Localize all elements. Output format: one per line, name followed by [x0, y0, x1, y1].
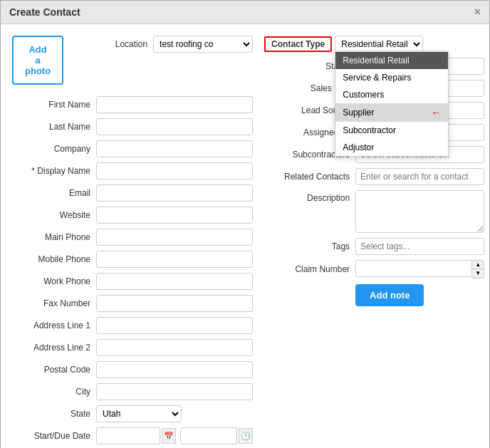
description-label: Description — [264, 190, 350, 203]
claim-number-spinner: ▲ ▼ — [355, 260, 484, 278]
modal-header: Create Contact × — [1, 1, 489, 24]
last-name-label: Last Name — [12, 122, 90, 132]
display-name-input[interactable] — [96, 162, 253, 179]
main-phone-label: Main Phone — [12, 232, 90, 242]
description-row: Description — [264, 190, 484, 233]
tags-row: Tags — [264, 238, 484, 255]
close-button[interactable]: × — [474, 6, 481, 18]
last-name-input[interactable] — [96, 118, 253, 135]
fax-number-input[interactable] — [96, 295, 253, 312]
dropdown-item-residential-retail[interactable]: Residential Retail — [335, 52, 448, 69]
claim-number-spinner-buttons: ▲ ▼ — [472, 260, 484, 278]
modal-body: Add a photo Location test roofing co Fir… — [1, 24, 489, 448]
main-phone-row: Main Phone — [12, 229, 253, 246]
company-label: Company — [12, 144, 90, 154]
start-date-calendar-icon[interactable]: 📅 — [162, 428, 176, 444]
mobile-phone-input[interactable] — [96, 251, 253, 268]
add-note-button[interactable]: Add note — [355, 284, 424, 306]
claim-number-row: Claim Number ▲ ▼ — [264, 260, 484, 278]
state-row: State Utah — [12, 405, 253, 422]
modal-title: Create Contact — [9, 6, 80, 18]
first-name-label: First Name — [12, 100, 90, 110]
dropdown-item-customers[interactable]: Customers — [335, 86, 448, 103]
state-label: State — [12, 409, 90, 419]
first-name-row: First Name — [12, 96, 253, 113]
work-phone-label: Work Phone — [12, 276, 90, 286]
dropdown-item-subcontractor[interactable]: Subcontractor — [335, 122, 448, 139]
company-input[interactable] — [96, 140, 253, 157]
start-date-group: 📅 🕐 — [96, 427, 253, 444]
claim-number-decrement-button[interactable]: ▼ — [472, 269, 484, 278]
tags-input[interactable] — [355, 238, 484, 255]
contact-type-label: Contact Type — [264, 36, 332, 52]
tags-label: Tags — [264, 241, 350, 251]
right-column: Contact Type Residential Retail Resident… — [264, 36, 484, 448]
supplier-arrow-icon: ← — [431, 107, 441, 118]
contact-type-row: Contact Type Residential Retail Resident… — [264, 36, 484, 53]
add-note-section: Add note — [355, 284, 484, 306]
postal-code-row: Postal Code — [12, 361, 253, 378]
postal-code-label: Postal Code — [12, 365, 90, 375]
city-input[interactable] — [96, 383, 253, 400]
claim-number-increment-button[interactable]: ▲ — [472, 261, 484, 269]
claim-number-label: Claim Number — [264, 264, 350, 274]
fax-number-label: Fax Number — [12, 298, 90, 308]
last-name-row: Last Name — [12, 118, 253, 135]
company-row: Company — [12, 140, 253, 157]
location-select[interactable]: test roofing co — [153, 36, 253, 53]
work-phone-input[interactable] — [96, 273, 253, 290]
contact-type-select[interactable]: Residential Retail — [335, 36, 423, 53]
location-section: Location test roofing co — [69, 36, 253, 58]
contact-type-dropdown: Residential Retail Service & Repairs Cus… — [335, 51, 449, 157]
email-row: Email — [12, 184, 253, 202]
state-select[interactable]: Utah — [96, 405, 182, 422]
dropdown-item-adjustor[interactable]: Adjustor — [335, 139, 448, 156]
postal-code-input[interactable] — [96, 361, 253, 378]
start-time-input[interactable] — [180, 427, 237, 444]
photo-location-section: Add a photo Location test roofing co — [12, 36, 253, 90]
email-input[interactable] — [96, 184, 253, 202]
left-column: Add a photo Location test roofing co Fir… — [12, 36, 253, 448]
dropdown-item-service-repairs[interactable]: Service & Repairs — [335, 69, 448, 86]
address1-label: Address Line 1 — [12, 321, 90, 330]
website-input[interactable] — [96, 207, 253, 224]
address2-label: Address Line 2 — [12, 343, 90, 353]
create-contact-modal: Create Contact × Add a photo Location te… — [0, 0, 490, 448]
location-row: Location test roofing co — [69, 36, 253, 53]
start-date-input[interactable] — [96, 427, 160, 444]
related-contacts-row: Related Contacts — [264, 168, 484, 185]
related-contacts-label: Related Contacts — [264, 172, 350, 182]
location-label: Location — [69, 39, 147, 49]
claim-number-input[interactable] — [355, 260, 472, 277]
start-date-label: Start/Due Date — [12, 431, 90, 441]
fax-number-row: Fax Number — [12, 295, 253, 312]
related-contacts-input[interactable] — [355, 168, 484, 185]
email-label: Email — [12, 188, 90, 198]
display-name-label: * Display Name — [12, 166, 90, 176]
address1-row: Address Line 1 — [12, 317, 253, 334]
address1-input[interactable] — [96, 317, 253, 334]
city-row: City — [12, 383, 253, 400]
address2-row: Address Line 2 — [12, 339, 253, 356]
contact-type-select-wrapper: Residential Retail Residential Retail Se… — [335, 36, 484, 53]
main-phone-input[interactable] — [96, 229, 253, 246]
first-name-input[interactable] — [96, 96, 253, 113]
dropdown-item-supplier[interactable]: Supplier ← — [335, 103, 448, 122]
display-name-row: * Display Name — [12, 162, 253, 179]
mobile-phone-row: Mobile Phone — [12, 251, 253, 268]
website-label: Website — [12, 210, 90, 220]
description-textarea[interactable] — [355, 190, 484, 233]
mobile-phone-label: Mobile Phone — [12, 254, 90, 264]
city-label: City — [12, 387, 90, 397]
start-time-clock-icon[interactable]: 🕐 — [239, 428, 253, 444]
work-phone-row: Work Phone — [12, 273, 253, 290]
address2-input[interactable] — [96, 339, 253, 356]
add-photo-button[interactable]: Add a photo — [12, 36, 63, 85]
website-row: Website — [12, 207, 253, 224]
start-date-row: Start/Due Date 📅 🕐 — [12, 427, 253, 444]
